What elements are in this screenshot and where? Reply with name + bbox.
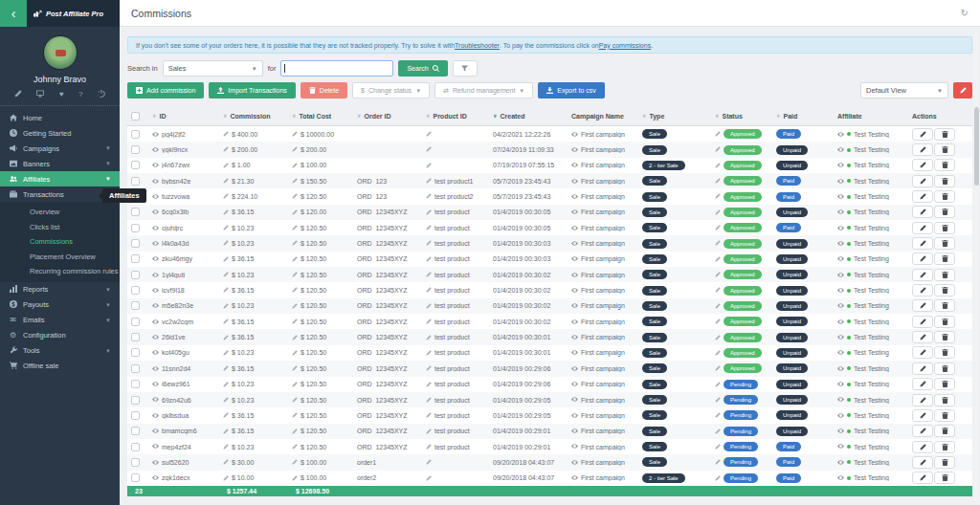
column-header-order[interactable]: ∨Order ID [353,113,422,120]
delete-row-button[interactable] [934,346,955,359]
delete-row-button[interactable] [934,222,955,234]
row-checkbox[interactable] [131,396,140,405]
row-checkbox[interactable] [131,364,140,373]
sidebar-item-getting-started[interactable]: Getting Started [0,125,120,141]
refund-management-dropdown[interactable]: ⇄ Refund management ▼ [434,82,533,99]
sidebar-item-configuration[interactable]: ⚙Configuration [0,328,120,343]
sidebar-item-affiliates[interactable]: Affiliates▼ [0,171,120,187]
row-checkbox[interactable] [131,301,140,310]
pencil-icon[interactable] [426,163,432,168]
eye-icon[interactable] [837,287,844,294]
pencil-icon[interactable] [715,131,721,137]
delete-row-button[interactable] [934,409,955,422]
eye-icon[interactable] [571,412,578,419]
pencil-icon[interactable] [14,90,22,99]
delete-row-button[interactable] [934,316,955,328]
delete-row-button[interactable] [934,143,955,156]
sidebar-item-home[interactable]: Home [0,110,120,125]
pencil-icon[interactable] [715,382,721,387]
pencil-icon[interactable] [292,240,298,246]
eye-icon[interactable] [571,381,578,387]
edit-row-button[interactable] [912,175,933,187]
pencil-icon[interactable] [292,209,298,215]
row-checkbox[interactable] [131,161,140,169]
pencil-icon[interactable] [292,287,298,293]
pencil-icon[interactable] [715,350,721,356]
pencil-icon[interactable] [292,131,298,137]
eye-icon[interactable] [152,459,159,466]
eye-icon[interactable] [571,225,578,231]
eye-icon[interactable] [837,412,844,419]
eye-icon[interactable] [837,193,844,200]
eye-icon[interactable] [152,162,159,168]
eye-icon[interactable] [837,302,844,309]
edit-row-button[interactable] [912,206,933,218]
pencil-icon[interactable] [292,178,298,184]
submenu-item-clicks-list[interactable]: Clicks list [0,220,120,235]
row-checkbox[interactable] [131,239,140,248]
sidebar-item-payouts[interactable]: Payouts▼ [0,297,120,313]
sidebar-item-campaigns[interactable]: Campaigns▼ [0,141,120,156]
pencil-icon[interactable] [426,287,432,293]
pencil-icon[interactable] [292,146,298,152]
eye-icon[interactable] [571,443,578,450]
row-checkbox[interactable] [131,443,140,451]
row-checkbox[interactable] [131,271,140,279]
eye-icon[interactable] [837,318,844,325]
row-checkbox[interactable] [131,254,140,263]
edit-row-button[interactable] [912,425,933,437]
scrollbar-track[interactable] [974,29,979,502]
delete-row-button[interactable] [934,175,955,187]
delete-row-button[interactable] [934,441,955,453]
pencil-icon[interactable] [223,193,229,199]
pencil-icon[interactable] [292,459,298,465]
pencil-icon[interactable] [715,225,721,231]
eye-icon[interactable] [837,178,844,185]
delete-row-button[interactable] [934,378,955,390]
eye-icon[interactable] [152,318,159,325]
delete-row-button[interactable] [934,128,955,141]
sidebar-item-offline-sale[interactable]: Offline sale [0,359,120,374]
eye-icon[interactable] [571,287,578,294]
pencil-icon[interactable] [715,240,721,246]
pencil-icon[interactable] [292,256,298,262]
delete-row-button[interactable] [934,284,955,296]
pencil-icon[interactable] [292,318,298,324]
row-checkbox[interactable] [131,333,140,341]
column-header-comm[interactable]: ∨Commission [219,113,288,120]
pencil-icon[interactable] [223,382,229,387]
pencil-icon[interactable] [292,382,298,387]
row-checkbox[interactable] [131,473,140,482]
eye-icon[interactable] [837,459,844,466]
pencil-icon[interactable] [223,163,229,168]
eye-icon[interactable] [571,146,578,153]
row-checkbox[interactable] [131,145,140,154]
eye-icon[interactable] [571,334,578,340]
row-checkbox[interactable] [131,348,140,357]
pencil-icon[interactable] [223,240,229,246]
eye-icon[interactable] [571,255,578,262]
edit-row-button[interactable] [912,316,933,328]
pencil-icon[interactable] [426,365,432,371]
delete-row-button[interactable] [934,159,955,171]
pencil-icon[interactable] [426,350,432,356]
avatar[interactable] [43,35,78,70]
edit-row-button[interactable] [912,190,933,203]
pencil-icon[interactable] [223,350,229,356]
pencil-icon[interactable] [426,256,432,262]
pencil-icon[interactable] [223,225,229,231]
pencil-icon[interactable] [223,146,229,152]
row-checkbox[interactable] [131,177,140,186]
eye-icon[interactable] [837,428,844,434]
row-checkbox[interactable] [131,318,140,326]
eye-icon[interactable] [152,193,159,200]
eye-icon[interactable] [837,209,844,215]
pencil-icon[interactable] [426,382,432,387]
eye-icon[interactable] [837,396,844,403]
pencil-icon[interactable] [292,365,298,371]
column-header-created[interactable]: ∨Created [489,113,568,120]
eye-icon[interactable] [571,209,578,215]
edit-row-button[interactable] [912,252,933,265]
eye-icon[interactable] [571,474,578,481]
edit-row-button[interactable] [912,441,933,453]
